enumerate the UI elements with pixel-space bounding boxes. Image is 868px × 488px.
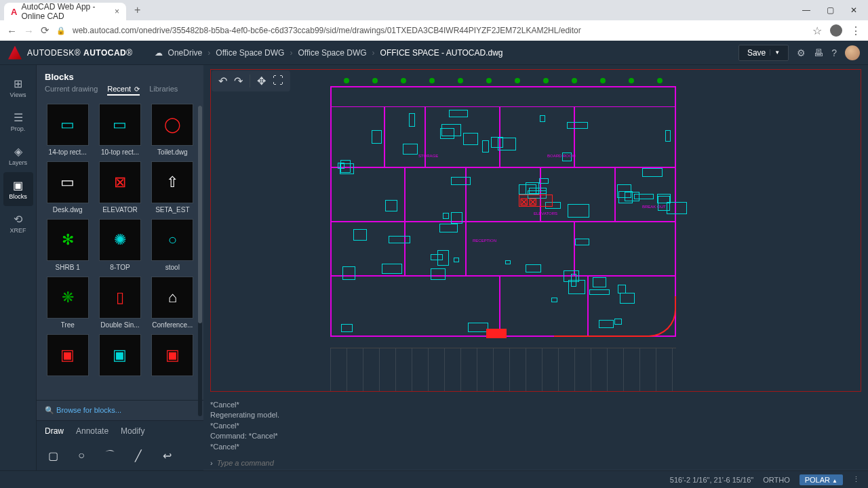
ortho-toggle[interactable]: ORTHO: [763, 476, 790, 484]
draw-tools: ▢ ○ ⌒ ╱ ↩: [37, 441, 203, 470]
blocks-panel: Blocks Current drawingRecent ⟳Libraries …: [37, 65, 203, 470]
browser-tab[interactable]: A AutoCAD Web App - Online CAD ×: [4, 3, 126, 20]
app-logo[interactable]: AUTODESK® AUTOCAD®: [8, 46, 133, 60]
rail-item-layers[interactable]: ◈Layers: [3, 138, 33, 172]
close-window-icon[interactable]: ✕: [850, 5, 857, 15]
pan-icon[interactable]: ✥: [257, 75, 266, 87]
block-item[interactable]: ▭14-top rect...: [43, 104, 92, 156]
block-label: 8-TOP: [110, 264, 130, 271]
block-item[interactable]: ▣: [96, 334, 144, 379]
block-item[interactable]: ▭10-top rect...: [96, 104, 144, 156]
status-menu-icon[interactable]: ⋮: [852, 475, 860, 484]
log-line: *Cancel*: [210, 421, 861, 431]
log-line: Command: *Cancel*: [210, 431, 861, 441]
coords-readout: 516'-2 1/16", 21'-6 15/16": [670, 476, 753, 484]
block-thumbnail: ▭: [47, 104, 89, 146]
block-item[interactable]: ✺8-TOP: [96, 219, 144, 271]
command-line[interactable]: ›: [203, 456, 868, 470]
block-label: Tree: [61, 321, 75, 329]
new-tab-button[interactable]: +: [134, 4, 140, 16]
help-icon[interactable]: ?: [831, 47, 837, 58]
polyline-tool-icon[interactable]: ↩: [159, 447, 175, 464]
block-item[interactable]: ⊠ELEVATOR: [96, 161, 144, 214]
lock-icon[interactable]: 🔒: [56, 26, 66, 35]
command-input[interactable]: [217, 459, 861, 467]
command-prompt-icon: ›: [210, 459, 213, 467]
block-item[interactable]: ◯Toilet.dwg: [149, 104, 197, 156]
breadcrumb-item[interactable]: Office Space DWG: [298, 48, 366, 58]
arc-tool-icon[interactable]: ⌒: [102, 447, 118, 464]
panel-tab-libraries[interactable]: Libraries: [149, 85, 178, 96]
log-line: Regenerating model.: [210, 410, 861, 420]
app-topbar: AUTODESK® AUTOCAD® ☁ OneDrive › Office S…: [0, 41, 868, 65]
block-label: Double Sin...: [100, 321, 139, 329]
circle-tool-icon[interactable]: ○: [73, 447, 90, 464]
block-item[interactable]: ▣: [43, 334, 92, 379]
minimize-icon[interactable]: —: [802, 5, 810, 15]
block-thumbnail: ▣: [151, 334, 193, 376]
block-item[interactable]: ▣: [149, 334, 197, 379]
menu-icon[interactable]: ⋮: [850, 24, 861, 37]
user-avatar[interactable]: [845, 45, 860, 60]
print-icon[interactable]: 🖶: [814, 47, 823, 58]
block-item[interactable]: ❋Tree: [43, 277, 92, 329]
search-icon: 🔍: [45, 406, 54, 414]
bookmark-icon[interactable]: ☆: [812, 24, 822, 37]
breadcrumb-item[interactable]: OFFICE SPACE - AUTOCAD.dwg: [380, 48, 503, 58]
scrollbar[interactable]: [198, 106, 202, 416]
canvas-toolbar: ↶ ↷ ✥ ⛶: [212, 70, 290, 92]
block-item[interactable]: ⌂Conference...: [149, 277, 197, 329]
browser-url-bar: ← → ⟳ 🔒 web.autocad.com/onedrive/355482b…: [0, 20, 868, 41]
block-thumbnail: ▣: [47, 334, 89, 376]
browser-tab-bar: A AutoCAD Web App - Online CAD × + — ▢ ✕: [0, 0, 868, 20]
panel-tab-current-drawing[interactable]: Current drawing: [45, 85, 98, 96]
breadcrumb-item[interactable]: Office Space DWG: [216, 48, 284, 58]
block-label: Desk.dwg: [53, 206, 83, 214]
settings-icon[interactable]: ⚙: [797, 47, 806, 58]
rail-item-views[interactable]: ⊞Views: [3, 70, 33, 104]
drawing-canvas[interactable]: STORAGEBOARD ROOMELEVATORSRECEPTIONBREAK…: [210, 69, 861, 392]
tab-title: AutoCAD Web App - Online CAD: [21, 2, 111, 21]
rail-item-blocks[interactable]: ▣Blocks: [3, 172, 33, 206]
line-tool-icon[interactable]: ╱: [130, 447, 146, 464]
canvas-area: ↶ ↷ ✥ ⛶ STORAGEBOARD ROOMELEVATORSRECEPT…: [203, 65, 868, 470]
close-tab-icon[interactable]: ×: [115, 7, 119, 16]
rectangle-tool-icon[interactable]: ▢: [45, 447, 61, 464]
brand-text: AUTODESK® AUTOCAD®: [27, 48, 133, 58]
maximize-icon[interactable]: ▢: [827, 5, 834, 15]
breadcrumb-item[interactable]: OneDrive: [168, 48, 203, 58]
polar-toggle[interactable]: POLAR ▲: [800, 474, 843, 485]
zoom-extents-icon[interactable]: ⛶: [273, 75, 283, 87]
autocad-logo-icon: [8, 46, 22, 60]
block-thumbnail: ⌂: [151, 277, 193, 319]
scrollbar-thumb[interactable]: [198, 106, 202, 323]
block-label: ELEVATOR: [102, 206, 138, 214]
save-dropdown-icon[interactable]: ▼: [770, 49, 780, 56]
back-icon[interactable]: ←: [7, 25, 17, 37]
block-item[interactable]: ⇧SETA_EST: [149, 161, 197, 214]
forward-icon[interactable]: →: [24, 25, 34, 37]
block-item[interactable]: ✻SHRB 1: [43, 219, 92, 271]
block-item[interactable]: ▯Double Sin...: [96, 277, 144, 329]
rail-item-prop[interactable]: ☰Prop.: [3, 104, 33, 138]
profile-icon[interactable]: [830, 24, 842, 37]
browse-blocks-link[interactable]: 🔍 Browse for blocks...: [37, 400, 203, 420]
app-main: ⊞Views☰Prop.◈Layers▣Blocks⟲XREF Blocks C…: [0, 65, 868, 470]
ribbon-tab-annotate[interactable]: Annotate: [76, 426, 108, 436]
save-button[interactable]: Save ▼: [738, 45, 789, 61]
url-text[interactable]: web.autocad.com/onedrive/355482b8-b5ba-4…: [73, 26, 806, 35]
block-item[interactable]: ▭Desk.dwg: [43, 161, 92, 214]
reload-icon[interactable]: ⟳: [41, 24, 50, 37]
rail-item-xref[interactable]: ⟲XREF: [3, 206, 33, 240]
refresh-icon[interactable]: ⟳: [134, 85, 140, 93]
ribbon-tab-draw[interactable]: Draw: [45, 426, 64, 436]
room-label: RECEPTION: [473, 239, 496, 243]
panel-tab-recent[interactable]: Recent ⟳: [107, 85, 140, 96]
block-item[interactable]: ○stool: [149, 219, 197, 271]
redo-icon[interactable]: ↷: [234, 75, 243, 87]
block-thumbnail: ✻: [47, 219, 89, 261]
layers-icon: ◈: [14, 145, 22, 158]
undo-icon[interactable]: ↶: [218, 75, 227, 87]
ribbon-tab-modify[interactable]: Modify: [121, 426, 144, 436]
block-thumbnail: ▯: [99, 277, 141, 319]
